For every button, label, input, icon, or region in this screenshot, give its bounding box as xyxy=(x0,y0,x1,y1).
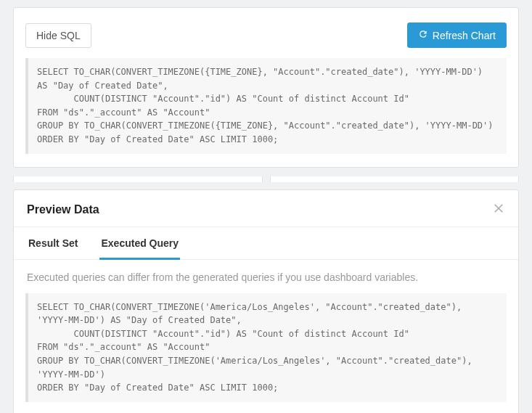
sql-panel: Hide SQL Refresh Chart SELECT TO_CHAR(CO… xyxy=(13,7,519,168)
hide-sql-button[interactable]: Hide SQL xyxy=(25,23,91,48)
preview-header: Preview Data xyxy=(14,190,518,227)
panel-gap xyxy=(13,176,519,182)
executed-query-hint: Executed queries can differ from the gen… xyxy=(14,260,518,293)
executed-sql-code: SELECT TO_CHAR(CONVERT_TIMEZONE('America… xyxy=(25,293,507,402)
refresh-chart-button[interactable]: Refresh Chart xyxy=(407,23,507,48)
close-icon xyxy=(492,202,505,218)
refresh-chart-label: Refresh Chart xyxy=(433,30,496,41)
sql-toolbar: Hide SQL Refresh Chart xyxy=(14,8,518,58)
close-button[interactable] xyxy=(492,202,505,218)
tab-executed-query[interactable]: Executed Query xyxy=(99,227,180,260)
preview-data-panel: Preview Data Result Set Executed Query E… xyxy=(13,189,519,413)
refresh-icon xyxy=(418,29,428,41)
generated-sql-code: SELECT TO_CHAR(CONVERT_TIMEZONE({TIME_ZO… xyxy=(25,58,507,154)
preview-title: Preview Data xyxy=(27,203,99,216)
preview-tabs: Result Set Executed Query xyxy=(14,227,518,260)
tab-result-set[interactable]: Result Set xyxy=(27,227,79,260)
